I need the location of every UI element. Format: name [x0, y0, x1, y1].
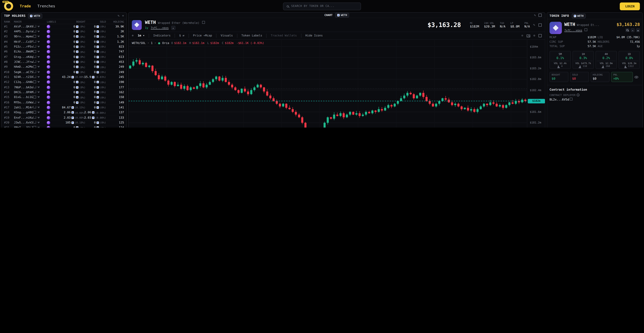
copy-icon[interactable]: [34, 56, 36, 58]
camera-icon[interactable]: [526, 34, 530, 37]
filter-icon[interactable]: [38, 86, 40, 88]
timeframe-cell[interactable]: 1H0.3%VOL $479.7k110: [572, 51, 594, 69]
copy-icon[interactable]: [34, 111, 36, 114]
copy-icon[interactable]: [34, 106, 36, 108]
add-chart-icon[interactable]: ⊕: [132, 34, 134, 37]
table-row[interactable]: #9HAmD...m2Mo0(0%)0(0%)249: [2, 65, 126, 70]
search-input[interactable]: SEARCH BY TOKEN OR CA...: [283, 2, 361, 10]
timeframe-cell[interactable]: 4H0.2%VOL $2.9m268: [596, 51, 617, 69]
nav-trenches[interactable]: Trenches: [38, 4, 55, 8]
copy-icon[interactable]: [34, 51, 36, 53]
table-row[interactable]: #19EnxF...niKu2.03(0.00%)2.03(0.00%)133: [2, 115, 126, 120]
token-info-weth-chip[interactable]: WETH: [572, 13, 586, 18]
filter-icon[interactable]: [38, 102, 40, 103]
filter-icon[interactable]: [38, 61, 40, 63]
price-axis[interactable]: $184m$183.6m$183.2m$182.8m$182.4m$182m$1…: [527, 40, 545, 128]
timeframe-cell[interactable]: 1D0.8%VOL $20.3m1322: [618, 51, 640, 69]
table-row[interactable]: #6ELXo...BWdM0(0%)0(0%)747: [2, 49, 126, 54]
deployer-address[interactable]: BL2x...6V5d: [550, 98, 569, 101]
copy-icon[interactable]: [34, 46, 36, 48]
filter-icon[interactable]: [38, 41, 40, 42]
copy-icon[interactable]: [34, 66, 36, 68]
copy-icon[interactable]: [34, 41, 36, 43]
twitter-x-icon[interactable]: ✕: [631, 28, 634, 32]
copy-icon[interactable]: [34, 96, 36, 98]
toolbar-item-indicators[interactable]: Indicators: [153, 34, 170, 37]
filter-icon[interactable]: [38, 51, 40, 53]
twitter-x-icon[interactable]: ✕: [171, 26, 175, 30]
info-icon[interactable]: i: [577, 94, 580, 96]
filter-icon[interactable]: [38, 76, 40, 78]
table-row[interactable]: #137NbP...bA3o0(0%)0(0%)177: [2, 85, 126, 90]
table-row[interactable]: #1AVzP...QK490(0%)0(0%)39.9K: [2, 24, 126, 29]
layout-icon[interactable]: [538, 13, 542, 17]
gear-icon[interactable]: ⚙: [534, 34, 535, 37]
table-row[interactable]: #244PS...Dyra0(0%)0(0%)2K: [2, 29, 126, 34]
holders-weth-chip[interactable]: WETH: [28, 13, 42, 18]
copy-icon[interactable]: [34, 36, 36, 38]
copy-icon[interactable]: [570, 98, 572, 100]
edit-icon[interactable]: ✎: [534, 13, 536, 17]
search-icon[interactable]: [626, 28, 629, 32]
filter-icon[interactable]: [38, 46, 40, 47]
filter-icon[interactable]: [38, 66, 40, 68]
filter-icon[interactable]: [38, 56, 40, 58]
toolbar-item-hide-icons[interactable]: Hide Icons: [305, 34, 323, 37]
add-icon[interactable]: +: [122, 14, 124, 18]
edit-icon[interactable]: ✎: [118, 14, 120, 18]
toolbar-item-tracked-wallets[interactable]: Tracked Wallets: [271, 34, 297, 37]
eye-icon[interactable]: [634, 76, 638, 78]
filter-icon[interactable]: [38, 31, 40, 32]
login-button[interactable]: LOGIN: [620, 2, 640, 10]
table-row[interactable]: #1581xG...bi1G0(0%)0(0%)158: [2, 95, 126, 100]
copy-icon[interactable]: [34, 81, 36, 83]
copy-icon[interactable]: [34, 86, 36, 88]
table-row[interactable]: #119Z4R...t23X43.24(0.08%)15.9(0.03%)245: [2, 75, 126, 80]
filter-icon[interactable]: [38, 107, 40, 108]
tab-chart[interactable]: CHART: [324, 13, 332, 17]
token-address-link[interactable]: 7vfC...voxs: [564, 28, 582, 32]
tab-chart-weth[interactable]: WETH: [335, 13, 349, 17]
edit-icon[interactable]: ✎: [533, 23, 535, 27]
table-row[interactable]: #7Gtxg...xKdq0(0%)0(0%)613: [2, 54, 126, 59]
copy-icon[interactable]: [585, 29, 587, 31]
copy-icon[interactable]: [34, 91, 36, 93]
copy-icon[interactable]: [34, 25, 36, 27]
table-row[interactable]: #39Drv...Wpmo0(0%)0(0%)1.5K: [2, 34, 126, 39]
panels-icon[interactable]: [538, 23, 542, 26]
chart-area[interactable]: WETH/SOL · 1 · Orca O$182.1m H$182.1m L$…: [128, 40, 545, 128]
copy-icon[interactable]: [203, 22, 205, 24]
candlestick-plot[interactable]: [128, 40, 527, 128]
token-address-link[interactable]: 7vfC...voxs: [151, 26, 169, 29]
table-row[interactable]: #4HktF...CcEF0(0%)0(0%)1.2K: [2, 39, 126, 44]
table-row[interactable]: #105egW...aC750(0%)0(0%)249: [2, 70, 126, 75]
copy-icon[interactable]: [34, 61, 36, 63]
filter-icon[interactable]: [38, 36, 40, 37]
copy-icon[interactable]: [34, 127, 36, 128]
filter-icon[interactable]: [38, 81, 40, 83]
app-logo-icon[interactable]: BETA: [4, 1, 13, 10]
toolbar-item-visuals[interactable]: Visuals: [220, 34, 233, 37]
crosshair-icon[interactable]: ⊙: [521, 34, 523, 37]
toolbar-item-token-labels[interactable]: Token Labels: [241, 34, 262, 37]
filter-icon[interactable]: [38, 112, 40, 113]
table-row[interactable]: #218MnT...31LJ0(0%)0(0%)124: [2, 125, 126, 128]
timeframe-selector[interactable]: 1m ▾: [138, 34, 145, 37]
filter-icon[interactable]: [38, 127, 40, 128]
table-row[interactable]: #12C12q...GhNk0(0%)0(0%)190: [2, 80, 126, 85]
filter-icon[interactable]: [38, 117, 40, 118]
filter-icon[interactable]: [38, 122, 40, 123]
toolbar-item-price-mcap[interactable]: Price →Mcap: [193, 34, 212, 37]
copy-icon[interactable]: [34, 71, 36, 73]
table-row[interactable]: #20J3wS...6vk5105(0.18%)0(0%)125: [2, 120, 126, 125]
copy-icon[interactable]: [34, 122, 36, 124]
table-row[interactable]: #16MfDu...GVWa0(0%)0(0%)149: [2, 100, 126, 105]
toolbar-item--[interactable]: $ ⇄: [179, 34, 184, 37]
copy-icon[interactable]: [34, 76, 36, 78]
table-row[interactable]: #172ah1...M14r84.67(0.15%)0(0%)141: [2, 105, 126, 110]
timeframe-cell[interactable]: 5M0.1%VOL $2.4k4: [550, 51, 571, 69]
copy-icon[interactable]: [34, 117, 36, 119]
copy-icon[interactable]: [34, 101, 36, 103]
fullscreen-icon[interactable]: [538, 34, 542, 37]
table-row[interactable]: #14DKCG...8PAM0(0%)0(0%)162: [2, 90, 126, 95]
